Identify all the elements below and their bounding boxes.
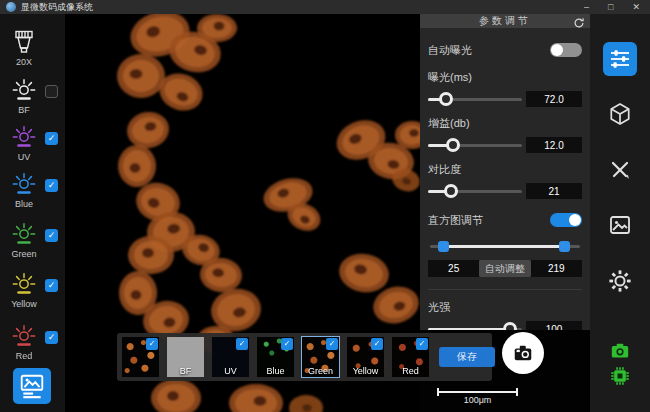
minimize-button[interactable]: –: [584, 0, 589, 14]
thumbnail-red[interactable]: Red: [392, 337, 429, 377]
chip-status-button[interactable]: [608, 366, 632, 386]
range-handle-low[interactable]: [438, 241, 449, 252]
green-channel-checkbox[interactable]: [45, 229, 58, 242]
histogram-toggle[interactable]: [550, 213, 582, 227]
camera-status-button[interactable]: [608, 341, 632, 361]
scale-bar: 100μm: [437, 391, 518, 405]
thumbnail-uv[interactable]: UV: [212, 337, 249, 377]
channel-label: UV: [0, 152, 48, 162]
thumbnail-bf[interactable]: BF: [167, 337, 204, 377]
auto-adjust-button[interactable]: 自动调整: [479, 260, 530, 277]
thumbnail-checkbox[interactable]: [326, 338, 338, 350]
channel-row-yellow: Yellow: [0, 272, 65, 318]
save-button[interactable]: 保存: [439, 347, 495, 367]
title-bar: 显微数码成像系统 – □ ✕: [0, 0, 650, 14]
gain-value[interactable]: 12.0: [526, 137, 582, 153]
maximize-button[interactable]: □: [608, 0, 613, 14]
scale-bar-label: 100μm: [437, 395, 518, 405]
toggle-knob: [569, 214, 581, 226]
camera-icon: [512, 342, 534, 364]
panel-title: 参数调节: [479, 14, 531, 28]
bf-lamp-icon[interactable]: [9, 78, 39, 108]
bf-channel-checkbox[interactable]: [45, 85, 58, 98]
thumbnail-label: UV: [212, 366, 249, 376]
scale-bar-line: [437, 391, 518, 393]
slider-handle[interactable]: [444, 184, 458, 198]
channel-label: Green: [0, 249, 48, 259]
channel-label: Blue: [0, 199, 48, 209]
thumbnail-label: BF: [167, 366, 204, 376]
refresh-icon[interactable]: [573, 15, 585, 27]
channel-row-blue: Blue: [0, 172, 65, 218]
chip-status-icon: [610, 366, 630, 386]
blue-channel-checkbox[interactable]: [45, 179, 58, 192]
yellow-channel-checkbox[interactable]: [45, 279, 58, 292]
camera-status-icon: [610, 342, 630, 360]
3d-view-tab[interactable]: [603, 97, 637, 131]
light-intensity-label: 光强: [428, 300, 582, 315]
image-icon: [608, 213, 632, 237]
uv-lamp-icon[interactable]: [9, 125, 39, 155]
histogram-low-value[interactable]: 25: [428, 260, 479, 277]
auto-exposure-toggle[interactable]: [550, 43, 582, 57]
slider-handle[interactable]: [439, 92, 453, 106]
exposure-label: 曝光(ms): [428, 70, 582, 85]
channel-row-bf: BF: [0, 78, 65, 124]
red-lamp-icon[interactable]: [9, 324, 39, 354]
channel-label: BF: [0, 105, 48, 115]
channel-thumbnail-bar: BF UV Blue Green Yellow Red 保存: [117, 333, 492, 381]
thumbnail-label: Green: [302, 366, 339, 376]
adjust-sliders-icon: [609, 48, 631, 70]
section-divider: [428, 289, 582, 290]
thumbnail-checkbox[interactable]: [371, 338, 383, 350]
contrast-value[interactable]: 21: [526, 183, 582, 199]
range-fill: [443, 245, 563, 248]
gallery-tab[interactable]: [603, 208, 637, 242]
channel-row-red: Red: [0, 324, 65, 370]
contrast-slider[interactable]: [428, 190, 522, 193]
objective-selector[interactable]: 20X: [0, 30, 65, 76]
exposure-slider[interactable]: [428, 98, 522, 101]
uv-channel-checkbox[interactable]: [45, 132, 58, 145]
thumbnail-checkbox[interactable]: [416, 338, 428, 350]
annotate-tab[interactable]: [603, 153, 637, 187]
thumbnail-checkbox[interactable]: [236, 338, 248, 350]
contrast-label: 对比度: [428, 162, 582, 177]
channel-label: Red: [0, 351, 48, 361]
histogram-label: 直方图调节: [428, 213, 483, 228]
gain-label: 增益(db): [428, 116, 582, 131]
blue-lamp-icon[interactable]: [9, 172, 39, 202]
histogram-high-value[interactable]: 219: [531, 260, 582, 277]
red-channel-checkbox[interactable]: [45, 331, 58, 344]
close-button[interactable]: ✕: [632, 0, 640, 14]
objective-lens-icon: [9, 30, 39, 60]
exposure-value[interactable]: 72.0: [526, 91, 582, 107]
settings-tab[interactable]: [603, 264, 637, 298]
app-logo-icon: [6, 2, 16, 12]
adjust-parameters-tab[interactable]: [603, 42, 637, 76]
annotate-tools-icon: [608, 158, 632, 182]
parameter-panel: 参数调节 自动曝光 曝光(ms) 72.0 增益(db): [420, 14, 590, 330]
capture-button[interactable]: [502, 332, 544, 374]
thumbnail-checkbox[interactable]: [281, 338, 293, 350]
yellow-lamp-icon[interactable]: [9, 272, 39, 302]
settings-gear-icon: [607, 268, 633, 294]
slider-handle[interactable]: [446, 138, 460, 152]
app-title: 显微数码成像系统: [21, 1, 93, 14]
tool-rail: [590, 14, 650, 412]
image-gallery-icon: [19, 373, 45, 399]
green-lamp-icon[interactable]: [9, 222, 39, 252]
histogram-range-slider[interactable]: [428, 240, 582, 253]
panel-header: 参数调节: [420, 14, 590, 28]
cube-3d-icon: [608, 102, 632, 126]
thumbnail-yellow[interactable]: Yellow: [347, 337, 384, 377]
thumbnail-checkbox[interactable]: [146, 338, 158, 350]
thumbnail-green[interactable]: Green: [302, 337, 339, 377]
channel-sidebar: 20X BF: [0, 14, 65, 412]
thumbnail-merge[interactable]: [122, 337, 159, 377]
image-gallery-button[interactable]: [13, 368, 51, 404]
thumbnail-blue[interactable]: Blue: [257, 337, 294, 377]
toggle-knob: [551, 44, 563, 56]
range-handle-high[interactable]: [559, 241, 570, 252]
gain-slider[interactable]: [428, 144, 522, 147]
